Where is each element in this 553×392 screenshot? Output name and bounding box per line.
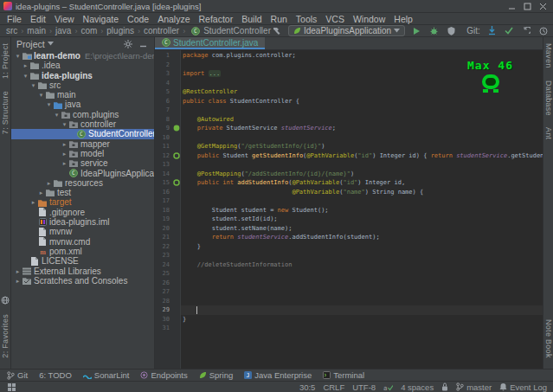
menu-window[interactable]: Window (349, 14, 389, 24)
web-icon[interactable] (1, 296, 10, 305)
code-line-30[interactable]: 30} (155, 315, 543, 325)
status-encoding[interactable]: UTF-8 (352, 382, 376, 392)
breadcrumb-src[interactable]: src (5, 26, 18, 35)
tool-stripe-button-maven[interactable]: Maven (544, 43, 553, 68)
code-line-7[interactable]: 7 (155, 106, 543, 115)
tree-item-mvnw[interactable]: mvnw (11, 227, 154, 236)
menu-code[interactable]: Code (123, 14, 153, 24)
breadcrumb-main[interactable]: main (26, 26, 47, 35)
menu-edit[interactable]: Edit (26, 14, 50, 24)
menu-analyze[interactable]: Analyze (153, 14, 194, 24)
code-line-8[interactable]: 8 @Autowired (155, 115, 543, 125)
tool-stripe-button-database[interactable]: Database (544, 80, 553, 116)
tree-expand-arrow[interactable]: ▸ (14, 267, 22, 276)
code-line-20[interactable]: 20 student.setName(name); (155, 224, 543, 234)
status-event-log[interactable]: Event Log (499, 382, 547, 392)
menu-tools[interactable]: Tools (292, 14, 322, 24)
tree-expand-arrow[interactable]: ▸ (61, 149, 68, 158)
tree-expand-arrow[interactable]: ▸ (45, 178, 53, 188)
tree-item-src[interactable]: ▾src (11, 80, 154, 90)
code-line-17[interactable]: 17 (155, 196, 543, 206)
tool-window-button-spring[interactable]: Spring (199, 370, 233, 380)
code-line-27[interactable]: 27 (155, 287, 543, 297)
tool-window-button-git[interactable]: Git (7, 370, 28, 380)
tree-item-com-plugins[interactable]: ▾com.plugins (11, 110, 154, 119)
hide-panel-icon[interactable] (138, 38, 149, 49)
code-line-15[interactable]: 15 public int addStudentInfo(@PathVariab… (155, 178, 543, 188)
menu-help[interactable]: Help (389, 14, 417, 24)
code-line-31[interactable]: 31 (155, 324, 543, 333)
build-button[interactable] (271, 25, 282, 36)
tree-item-studentcontroller[interactable]: CStudentController (11, 129, 154, 138)
breadcrumb-file[interactable]: CStudentController (190, 26, 271, 35)
tool-stripe-button-ant[interactable]: Ant (544, 127, 553, 139)
run-button[interactable] (411, 25, 422, 36)
code-line-6[interactable]: 6public class StudentController { (155, 97, 543, 106)
menu-vcs[interactable]: VCS (321, 14, 349, 24)
breadcrumb-java[interactable]: java (55, 26, 72, 35)
tree-item-test[interactable]: ▸test (11, 188, 154, 197)
breadcrumb-controller[interactable]: controller (143, 26, 180, 35)
minimize-button[interactable] (505, 1, 518, 11)
code-line-19[interactable]: 19 student.setId(id); (155, 215, 543, 224)
tool-stripe-button-1-project[interactable]: 1: Project (1, 43, 10, 79)
tree-item-main[interactable]: ▾main (11, 90, 154, 100)
status-indent[interactable]: 4 spaces (401, 382, 434, 392)
breadcrumb-com[interactable]: com (80, 26, 98, 35)
code-line-18[interactable]: 18 Student student = new Student(); (155, 206, 543, 215)
tree-item-mapper[interactable]: ▸mapper (11, 139, 154, 149)
code-line-25[interactable]: 25 (155, 269, 543, 279)
tree-item-controller[interactable]: ▾controller (11, 119, 154, 129)
panel-title[interactable]: Project (16, 39, 45, 49)
code-line-11[interactable]: 11 @GetMapping("/getStudentInfo/{id}") (155, 142, 543, 151)
status-line-separator[interactable]: CRLF (323, 382, 344, 392)
tree-expand-arrow[interactable]: ▸ (61, 158, 68, 168)
tree-item-gitignore[interactable]: .gitignore (11, 208, 154, 217)
tool-window-button-sonarlint[interactable]: SonarLint (83, 370, 130, 380)
git-update-button[interactable] (486, 25, 498, 36)
tool-window-button-endpoints[interactable]: Endpoints (140, 370, 187, 380)
menu-build[interactable]: Build (237, 14, 266, 24)
tree-expand-arrow[interactable]: ▾ (61, 119, 68, 129)
title-bar[interactable]: idea-plugins – StudentController.java [i… (0, 0, 553, 13)
code-line-21[interactable]: 21 return studentService.addStudentInfo(… (155, 233, 543, 242)
tool-stripe-button-7-structure[interactable]: 7: Structure (1, 91, 10, 134)
code-line-14[interactable]: 14 @PostMapping("/addStudentInfo/{id}/{n… (155, 170, 543, 179)
tree-item-mvnw-cmd[interactable]: mvnw.cmd (11, 237, 154, 247)
tree-item-learn-demo[interactable]: ▾learn-demoE:\project\learn-demo (11, 51, 154, 61)
run-config-select[interactable]: IdeaPluginsApplication (288, 25, 405, 36)
tree-item-java[interactable]: ▾java (11, 100, 154, 109)
menu-file[interactable]: File (3, 14, 26, 24)
tree-expand-arrow[interactable]: ▸ (22, 61, 29, 70)
git-commit-button[interactable] (504, 25, 515, 36)
tree-item-ideapluginsapplication[interactable]: CIdeaPluginsApplication (11, 169, 154, 178)
tree-expand-arrow[interactable]: ▸ (37, 188, 45, 197)
tree-item-external-libraries[interactable]: ▸External Libraries (11, 267, 154, 276)
code-line-12[interactable]: 12 public Student getStudentInfo(@PathVa… (155, 151, 543, 161)
tab-studentcontroller[interactable]: C StudentController.java (155, 37, 265, 49)
code-line-28[interactable]: 28 (155, 297, 543, 306)
tool-stripe-button-2-favorites[interactable]: 2: Favorites (1, 314, 10, 358)
tree-expand-arrow[interactable]: ▾ (22, 71, 29, 80)
tree-item-pom-xml[interactable]: mpom.xml (11, 247, 154, 256)
code-line-16[interactable]: 16 @PathVariable("name") String name) { (155, 188, 543, 197)
tree-expand-arrow[interactable]: ▾ (29, 80, 37, 90)
tree-expand-arrow[interactable]: ▾ (37, 90, 45, 100)
debug-button[interactable] (428, 25, 440, 36)
status-spellcheck[interactable]: a (383, 383, 393, 391)
mapping-icon[interactable] (171, 151, 181, 161)
tool-stripe-button-note-book[interactable]: Note Book (544, 319, 553, 358)
chevron-down-icon[interactable] (48, 38, 54, 49)
tree-expand-arrow[interactable]: ▸ (61, 139, 68, 149)
git-revert-button[interactable] (521, 25, 532, 36)
tree-expand-arrow[interactable]: ▾ (45, 100, 53, 109)
tool-window-button-java-enterprise[interactable]: JJava Enterprise (244, 370, 312, 380)
status-git-branch[interactable]: master (456, 382, 492, 392)
status-readonly-toggle[interactable] (441, 382, 448, 391)
tree-item-scratches-and-consoles[interactable]: ▸Scratches and Consoles (11, 276, 154, 286)
history-button[interactable] (538, 25, 550, 36)
tree-item-resources[interactable]: ▸resources (11, 178, 154, 188)
tree-item-idea[interactable]: ▸.idea (11, 61, 154, 70)
tree-item-idea-plugins[interactable]: ▾idea-plugins (11, 71, 154, 80)
tree-expand-arrow[interactable]: ▾ (14, 51, 22, 61)
